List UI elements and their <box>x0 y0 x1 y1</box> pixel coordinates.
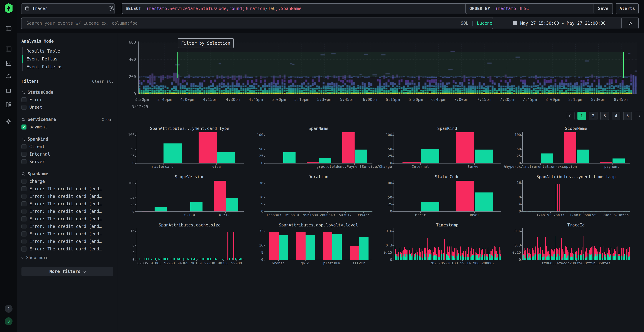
checkbox[interactable] <box>22 152 26 156</box>
save-button[interactable]: Save <box>594 3 613 14</box>
checkbox[interactable] <box>22 186 26 191</box>
next-page-button[interactable] <box>635 112 643 120</box>
baseline-bar <box>400 255 400 260</box>
filter-option[interactable]: Client <box>22 143 114 150</box>
filter-option[interactable]: Error: The credit card (end… <box>22 215 114 222</box>
search-logs-icon[interactable] <box>5 46 12 52</box>
baseline-bar <box>604 254 604 260</box>
checkbox[interactable] <box>22 179 26 184</box>
mini-chart-x-label: @hyperdx/instrumentation-exception <box>504 164 577 168</box>
filter-option[interactable]: Error <box>22 96 114 104</box>
page-button[interactable]: 3 <box>600 112 609 120</box>
filter-option[interactable]: Error: The credit card (end… <box>22 230 114 238</box>
mini-chart[interactable]: SpanName02550100grpc.oteldemo.PaymentSer… <box>255 126 379 172</box>
page-button[interactable]: 4 <box>612 112 620 120</box>
timeline-x-tick: 4:30pm <box>226 97 240 102</box>
user-avatar[interactable]: D <box>5 317 12 325</box>
mini-chart[interactable]: StatusCode02550100ErrorUnset <box>384 174 508 221</box>
baseline-bar <box>538 211 538 212</box>
mini-chart[interactable]: SpanAttributes.app.loyalty.level081632br… <box>255 222 379 269</box>
panel-toggle-icon[interactable] <box>5 25 12 32</box>
baseline-bar <box>603 257 604 260</box>
checkbox[interactable] <box>22 105 26 110</box>
help-button[interactable]: ? <box>5 305 12 313</box>
baseline-bar <box>573 211 574 212</box>
checkbox[interactable] <box>22 201 26 206</box>
mini-chart-y-tick: 0 <box>384 209 392 213</box>
chart-explorer-icon[interactable] <box>5 60 12 66</box>
alerts-bell-icon[interactable] <box>5 74 12 80</box>
baseline-bar <box>451 255 452 260</box>
checkbox[interactable] <box>22 231 26 236</box>
page-button[interactable]: 1 <box>578 112 586 120</box>
checkbox[interactable] <box>22 159 26 164</box>
baseline-bar <box>592 211 592 212</box>
checkbox[interactable] <box>22 144 26 149</box>
checkbox[interactable]: ✓ <box>22 124 26 129</box>
mini-chart[interactable]: Timestamp00.150.30.62025-05-28T03:59:14.… <box>384 222 508 269</box>
run-query-button[interactable] <box>622 18 639 29</box>
checkbox[interactable] <box>22 246 26 251</box>
clear-all-link[interactable]: Clear all <box>92 79 114 84</box>
baseline-bar <box>598 258 598 260</box>
search-input[interactable] <box>26 20 461 26</box>
mini-chart-y-tick: 100 <box>126 133 134 137</box>
filter-option[interactable]: Internal <box>22 150 114 158</box>
baseline-bar <box>475 256 475 260</box>
sessions-laptop-icon[interactable] <box>5 88 12 94</box>
checkbox[interactable] <box>22 224 26 229</box>
checkbox[interactable] <box>22 216 26 221</box>
analysis-mode-item[interactable]: Event Deltas <box>22 55 114 63</box>
analysis-mode-item[interactable]: Event Patterns <box>22 63 114 71</box>
baseline-bar <box>609 211 610 212</box>
source-select[interactable]: Traces <box>21 3 115 14</box>
more-filters-button[interactable]: More filters <box>22 267 114 276</box>
filter-option[interactable]: Server <box>22 158 114 165</box>
clear-link[interactable]: Clear <box>102 117 114 122</box>
filter-option[interactable]: Error: The credit card (end… <box>22 192 114 200</box>
filter-option[interactable]: ✓payment <box>22 123 114 130</box>
baseline-bar <box>577 211 578 212</box>
filter-by-selection-button[interactable]: Filter by Selection <box>178 38 234 48</box>
baseline-bar <box>146 258 146 260</box>
checkbox[interactable] <box>22 97 26 102</box>
checkbox[interactable] <box>22 209 26 214</box>
mini-chart[interactable]: ScopeName02550100@hyperdx/instrumentatio… <box>512 126 637 172</box>
app-logo-icon[interactable] <box>4 3 13 14</box>
mini-chart[interactable]: SpanAttributes...yment.card_type02550100… <box>126 126 250 172</box>
page-button[interactable]: 2 <box>589 112 598 120</box>
filter-option[interactable]: Error: The credit card (end… <box>22 238 114 245</box>
settings-gear-icon[interactable] <box>5 118 12 124</box>
show-more-link[interactable]: Show more <box>22 254 114 261</box>
filter-option[interactable]: charge <box>22 178 114 185</box>
filter-option[interactable]: Error: The credit card (end… <box>22 185 114 192</box>
mode-lucene-toggle[interactable]: Lucene <box>477 21 492 26</box>
source-gear-icon[interactable] <box>110 5 115 11</box>
baseline-bar <box>500 257 501 260</box>
checkbox[interactable] <box>22 239 26 244</box>
alerts-button[interactable]: Alerts <box>616 3 639 14</box>
mini-chart[interactable]: SpanAttributes.cache.size048168983591063… <box>126 222 250 269</box>
page-button[interactable]: 5 <box>623 112 632 120</box>
prev-page-button[interactable] <box>566 112 574 120</box>
mode-sql-toggle[interactable]: SQL <box>461 21 468 26</box>
date-range-picker[interactable]: May 27 15:30:00 - May 27 21:00:00 <box>492 18 626 29</box>
mini-chart-x-label: Error <box>415 213 426 217</box>
mini-chart[interactable]: SpanAttributes...yment.timestamp04816174… <box>512 174 637 221</box>
dashboards-icon[interactable] <box>5 102 12 108</box>
mini-chart[interactable]: Duration09183613333631698314199618342600… <box>255 174 379 221</box>
filter-option[interactable]: Unset <box>22 104 114 111</box>
filter-option[interactable]: Error: The credit card (end… <box>22 245 114 252</box>
mini-chart[interactable]: SpanKind02550100InternalServer <box>384 126 508 172</box>
filter-option[interactable]: Error: The credit card (end… <box>22 208 114 215</box>
mini-chart[interactable]: TraceId00.150.30.6ff860334facdb23d3f430f… <box>512 222 637 269</box>
filter-option[interactable]: Error: The credit card (end… <box>22 200 114 208</box>
filter-option[interactable]: Error: The credit card (end… <box>22 222 114 230</box>
order-by-input[interactable]: ORDER BY Timestamp DESC <box>466 3 597 14</box>
checkbox[interactable] <box>22 194 26 199</box>
sql-select-input[interactable]: SELECT Timestamp,ServiceName,StatusCode,… <box>122 3 467 14</box>
mini-chart[interactable]: ScopeVersion025501000.1.00.51.1 <box>126 174 250 221</box>
baseline-bar <box>162 258 162 260</box>
selection-rectangle[interactable] <box>177 52 624 78</box>
analysis-mode-item[interactable]: Results Table <box>22 47 114 55</box>
